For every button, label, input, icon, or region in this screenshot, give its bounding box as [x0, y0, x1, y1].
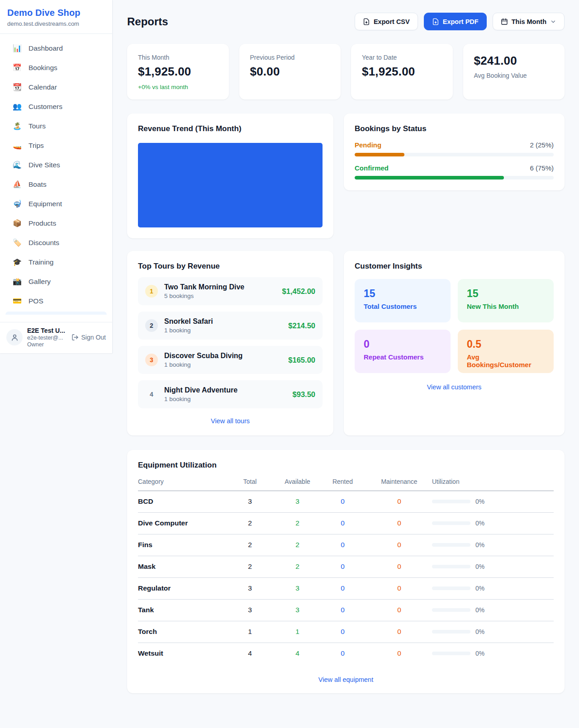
stat-card-this-month: This Month $1,925.00 +0% vs last month	[127, 44, 229, 99]
tile-repeat-customers: 0 Repeat Customers	[355, 330, 451, 373]
stat-label: Year to Date	[362, 54, 442, 61]
stat-value: $1,925.00	[362, 65, 442, 79]
customers-icon: 👥	[13, 102, 22, 111]
charts-row: Revenue Trend (This Month) Bookings by S…	[127, 113, 565, 238]
tour-bookings: 5 bookings	[164, 293, 276, 299]
sign-out-button[interactable]: Sign Out	[71, 334, 106, 341]
cell-category: Tank	[138, 606, 224, 614]
utilization-percent: 0%	[475, 541, 484, 548]
tour-info: Night Dive Adventure 1 booking	[164, 386, 286, 402]
customer-insights-title: Customer Insights	[355, 262, 554, 271]
cell-maintenance: 0	[366, 541, 432, 549]
tile-new-this-month: 15 New This Month	[458, 279, 554, 322]
stats-row: This Month $1,925.00 +0% vs last month P…	[127, 44, 565, 99]
export-csv-button[interactable]: Export CSV	[355, 13, 418, 30]
sidebar-item-equipment[interactable]: 🤿 Equipment	[0, 194, 112, 213]
progress-track	[355, 176, 554, 180]
tour-row[interactable]: 4 Night Dive Adventure 1 booking $93.50	[138, 380, 323, 408]
sidebar-item-pos[interactable]: 💳 POS	[0, 291, 112, 311]
cell-maintenance: 0	[366, 519, 432, 527]
view-all-tours-link[interactable]: View all tours	[138, 417, 323, 425]
cell-total: 2	[224, 563, 276, 571]
utilization-bar	[432, 565, 470, 568]
cell-utilization: 0%	[432, 628, 554, 635]
tour-bookings: 1 booking	[164, 396, 286, 402]
tile-total-customers: 15 Total Customers	[355, 279, 451, 322]
progress-track	[355, 153, 554, 156]
sidebar-item-reports-partial[interactable]	[5, 312, 107, 315]
insights-row: Top Tours by Revenue 1 Two Tank Morning …	[127, 251, 565, 435]
sidebar-item-boats[interactable]: ⛵ Boats	[0, 175, 112, 194]
cell-category: Mask	[138, 563, 224, 571]
tour-info: Discover Scuba Diving 1 booking	[164, 352, 282, 368]
sidebar-item-discounts[interactable]: 🏷️ Discounts	[0, 233, 112, 252]
sidebar-item-gallery[interactable]: 📸 Gallery	[0, 272, 112, 291]
view-all-equipment-link[interactable]: View all equipment	[138, 676, 554, 683]
stat-value: $241.00	[474, 54, 554, 68]
sidebar-item-bookings[interactable]: 📅 Bookings	[0, 58, 112, 77]
sidebar-item-label: Training	[28, 258, 53, 266]
cell-rented: 0	[319, 649, 366, 657]
pending-progress-fill	[355, 153, 404, 156]
file-download-icon	[363, 18, 370, 25]
main-content: Reports Export CSV Export PDF This Month…	[113, 0, 579, 707]
sidebar-item-label: Trips	[28, 142, 44, 150]
insight-tiles: 15 Total Customers 15 New This Month 0 R…	[355, 279, 554, 373]
cell-category: Regulator	[138, 584, 224, 592]
graduation-cap-icon: 🎓	[13, 258, 22, 266]
sidebar-item-label: Gallery	[28, 278, 51, 286]
cell-utilization: 0%	[432, 498, 554, 505]
tour-revenue: $1,452.00	[282, 287, 315, 296]
cell-utilization: 0%	[432, 585, 554, 592]
cell-available: 2	[276, 541, 319, 549]
rank-badge: 4	[145, 388, 158, 401]
avatar	[6, 329, 23, 345]
rank-badge: 1	[145, 285, 158, 298]
equipment-utilization-title: Equipment Utilization	[138, 461, 554, 470]
period-dropdown[interactable]: This Month	[493, 13, 565, 30]
stat-card-previous-period: Previous Period $0.00	[239, 44, 341, 99]
revenue-trend-title: Revenue Trend (This Month)	[138, 124, 323, 133]
export-pdf-label: Export PDF	[443, 18, 479, 25]
wave-icon: 🌊	[13, 161, 22, 169]
sidebar-item-training[interactable]: 🎓 Training	[0, 252, 112, 272]
sidebar-item-dive-sites[interactable]: 🌊 Dive Sites	[0, 155, 112, 175]
stat-delta: +0% vs last month	[138, 84, 218, 90]
sidebar-item-label: Discounts	[28, 239, 59, 247]
tour-name: Snorkel Safari	[164, 317, 282, 326]
sidebar-item-products[interactable]: 📦 Products	[0, 213, 112, 233]
tour-row[interactable]: 1 Two Tank Morning Dive 5 bookings $1,45…	[138, 277, 323, 305]
sailboat-icon: ⛵	[13, 180, 22, 189]
bookings-by-status-card: Bookings by Status Pending 2 (25%) Confi…	[344, 113, 565, 190]
cell-rented: 0	[319, 563, 366, 571]
tag-icon: 🏷️	[13, 238, 22, 247]
sidebar-item-dashboard[interactable]: 📊 Dashboard	[0, 38, 112, 58]
export-pdf-button[interactable]: Export PDF	[424, 13, 487, 30]
sidebar-item-tours[interactable]: 🏝️ Tours	[0, 116, 112, 136]
tile-value: 15	[467, 288, 545, 300]
tile-value: 15	[364, 288, 441, 300]
sidebar-item-trips[interactable]: 🚤 Trips	[0, 136, 112, 155]
tile-label: Repeat Customers	[364, 353, 441, 361]
utilization-bar	[432, 630, 470, 633]
view-all-customers-link[interactable]: View all customers	[355, 383, 554, 391]
tour-row[interactable]: 2 Snorkel Safari 1 booking $214.50	[138, 312, 323, 340]
utilization-percent: 0%	[475, 606, 484, 614]
page-title: Reports	[127, 15, 168, 28]
utilization-bar	[432, 500, 470, 503]
tile-value: 0.5	[467, 338, 545, 350]
cell-available: 1	[276, 628, 319, 636]
sidebar-item-customers[interactable]: 👥 Customers	[0, 97, 112, 116]
diving-mask-icon: 🤿	[13, 199, 22, 208]
cell-total: 3	[224, 497, 276, 506]
cell-rented: 0	[319, 628, 366, 636]
cell-total: 3	[224, 584, 276, 592]
cell-category: Wetsuit	[138, 649, 224, 657]
sidebar-item-calendar[interactable]: 📆 Calendar	[0, 77, 112, 97]
cell-rented: 0	[319, 519, 366, 527]
cell-maintenance: 0	[366, 606, 432, 614]
chevron-down-icon	[550, 19, 556, 25]
tour-row[interactable]: 3 Discover Scuba Diving 1 booking $165.0…	[138, 346, 323, 374]
user-email: e2e-tester@...	[27, 335, 67, 341]
stat-label: Avg Booking Value	[474, 72, 554, 79]
